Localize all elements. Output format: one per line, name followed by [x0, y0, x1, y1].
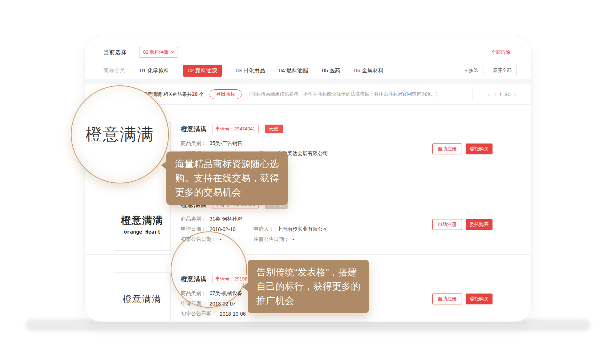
multi-select-button[interactable]: + 多选	[460, 65, 483, 76]
self-register-button[interactable]: 自助注册	[432, 219, 462, 230]
row-3-details: 橙意满满 申请号：29198321 商品类别：07类-机械设备 申请日期：201…	[181, 274, 259, 319]
first-publication-value: -	[220, 236, 222, 242]
clear-all-button[interactable]: 全部清除	[491, 49, 510, 56]
status-badge-invalid: 无效	[265, 125, 283, 133]
trademark-thumbnail-3[interactable]: 橙意满满	[114, 272, 171, 321]
category-item-03[interactable]: 03 日化用品	[236, 67, 265, 74]
goods-category-value: 35类-广告销售	[210, 140, 242, 147]
reg-publication-value: -	[292, 236, 294, 242]
category-item-02-selected[interactable]: 02 颜料油漆	[183, 65, 222, 77]
filter-bar: 当前选择 02 颜料油漆 × 全部清除	[104, 43, 517, 62]
row-2-actions: 自助注册 委托购买	[432, 219, 493, 230]
category-bar-actions: + 多选 展开全部	[460, 65, 517, 76]
tooltip-trademark-resources: 海量精品商标资源随心选 购。支持在线交易，获得 更多的交易机会	[166, 151, 288, 205]
category-item-05[interactable]: 05 医药	[322, 67, 340, 74]
trademark-name: 橙意满满	[181, 275, 207, 283]
trademark-office-link[interactable]: 商标局官网	[388, 91, 412, 97]
row-3-actions: 自助注册 委托购买	[432, 294, 493, 304]
tooltip-promotion: 告别传统“发表格”，搭建 自己的标行，获得更多的 推广机会	[248, 260, 369, 313]
results-header: 当前分类下检索到“橙意满满”相关的结果共28 个 导出商标 （商标检索结果仅供参…	[104, 84, 531, 104]
selected-filter-tag-label: 02 颜料油漆	[143, 49, 169, 56]
prev-page-icon[interactable]: ‹	[488, 91, 490, 98]
trademark-thumbnail-2[interactable]: 橙意满满 orange Heart	[114, 198, 171, 251]
magnified-trademark-text: 橙意满满	[86, 124, 154, 145]
export-trademark-button[interactable]: 导出商标	[210, 89, 242, 99]
thumbnail-text: 橙意满满	[121, 214, 163, 227]
divider	[85, 254, 531, 255]
goods-category-value: 07类-机械设备	[210, 290, 242, 297]
self-register-button[interactable]: 自助注册	[432, 143, 462, 154]
magnifier-circle-trademark: 橙意满满	[71, 85, 169, 183]
expand-all-button[interactable]: 展开全部	[488, 65, 517, 76]
section-gap	[85, 79, 531, 84]
current-page: 1	[493, 91, 496, 97]
category-item-06[interactable]: 06 金属材料	[354, 67, 384, 74]
row-2-details: 橙意满满 申请号：29482153 已注册 商品类别：31类-饲料种籽 申请日期…	[181, 200, 328, 244]
thumbnail-subtext: orange Heart	[124, 229, 161, 235]
commission-purchase-button[interactable]: 委托购买	[466, 143, 493, 154]
divider	[85, 180, 531, 180]
category-item-04[interactable]: 04 燃料油脂	[279, 67, 308, 74]
goods-category-value: 31类-饲料种籽	[210, 216, 242, 222]
result-count-number: 28	[192, 91, 198, 97]
page: 当前选择 02 颜料油漆 × 全部清除 商标分类 01 化学原料 02 颜料油漆…	[0, 0, 616, 364]
category-bar: 商标分类 01 化学原料 02 颜料油漆 03 日化用品 04 燃料油脂 05 …	[104, 62, 517, 79]
disclaimer-text: （商标检索结果仅供参考，不作为商标能否注册的法律依据；具体以商标局官网查询为准。…	[247, 91, 440, 97]
applicant-value: 上海雨步实业有限公司	[277, 226, 328, 232]
category-item-01[interactable]: 01 化学原料	[140, 67, 169, 74]
pagination: ‹ 1 / 30 ›	[472, 87, 531, 101]
first-publication-value: 2018-10-06	[220, 311, 246, 317]
commission-purchase-button[interactable]: 委托购买	[466, 219, 493, 230]
apply-date-value: 2018-02-10	[210, 226, 236, 232]
total-pages: 30	[504, 91, 511, 97]
category-bar-label: 商标分类	[104, 67, 125, 74]
remove-filter-icon[interactable]: ×	[171, 49, 174, 55]
self-register-button[interactable]: 自助注册	[432, 294, 462, 304]
application-number-tag: 申请号：29474941	[212, 125, 259, 133]
result-row-2: 橙意满满 orange Heart 橙意满满 申请号：29482153 已注册 …	[85, 180, 531, 254]
row-1-actions: 自助注册 委托购买	[432, 143, 493, 154]
trademark-name: 橙意满满	[181, 125, 207, 133]
thumbnail-text: 橙意满满	[123, 293, 162, 305]
apply-date-value: 2018-02-07	[210, 301, 236, 307]
commission-purchase-button[interactable]: 委托购买	[466, 294, 493, 304]
current-selection-label: 当前选择	[104, 49, 127, 56]
next-page-icon[interactable]: ›	[514, 91, 516, 98]
selected-filter-tag[interactable]: 02 颜料油漆 ×	[139, 47, 178, 58]
